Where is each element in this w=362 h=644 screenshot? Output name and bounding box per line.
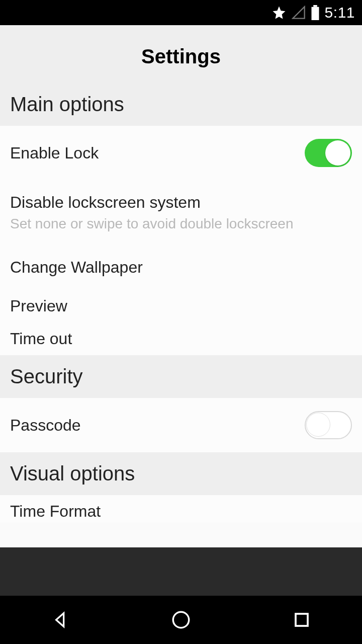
signal-icon (292, 6, 306, 20)
row-disable-lockscreen[interactable]: Disable lockscreen system Set none or sw… (0, 180, 362, 245)
status-time: 5:11 (325, 4, 355, 21)
row-label: Time out (10, 330, 352, 348)
row-label: Disable lockscreen system (10, 193, 352, 212)
svg-point-2 (173, 612, 189, 628)
svg-rect-1 (311, 7, 319, 20)
section-main-options: Main options (0, 83, 362, 126)
nav-back-button[interactable] (38, 602, 83, 637)
svg-rect-0 (313, 5, 317, 7)
row-preview[interactable]: Preview (0, 290, 362, 323)
battery-icon (311, 5, 320, 20)
row-enable-lock[interactable]: Enable Lock (0, 126, 362, 180)
nav-home-button[interactable] (158, 602, 204, 637)
row-change-wallpaper[interactable]: Change Wallpaper (0, 245, 362, 290)
content: Main options Enable Lock Disable lockscr… (0, 83, 362, 547)
page-header: Settings (0, 25, 362, 83)
toggle-passcode[interactable] (305, 411, 352, 439)
row-label: Change Wallpaper (10, 258, 352, 277)
page-title: Settings (0, 45, 362, 68)
toggle-thumb (325, 140, 350, 166)
star-icon (272, 5, 287, 20)
row-label: Preview (10, 297, 352, 315)
section-title: Security (10, 365, 352, 388)
status-bar: 5:11 (0, 0, 362, 25)
toggle-thumb (306, 413, 330, 437)
bottom-bar (0, 547, 362, 596)
row-time-format[interactable]: Time Format (0, 495, 362, 523)
row-sublabel: Set none or swipe to avoid double locksc… (10, 216, 352, 232)
row-passcode[interactable]: Passcode (0, 398, 362, 452)
svg-rect-3 (296, 614, 308, 626)
row-label: Time Format (10, 502, 352, 521)
nav-bar (0, 596, 362, 644)
section-security: Security (0, 355, 362, 398)
section-visual-options: Visual options (0, 452, 362, 495)
row-timeout[interactable]: Time out (0, 323, 362, 355)
section-title: Main options (10, 93, 352, 116)
section-title: Visual options (10, 462, 352, 485)
row-label: Passcode (10, 416, 305, 435)
row-label: Enable Lock (10, 144, 305, 163)
toggle-enable-lock[interactable] (305, 139, 352, 167)
nav-recent-button[interactable] (279, 602, 324, 637)
